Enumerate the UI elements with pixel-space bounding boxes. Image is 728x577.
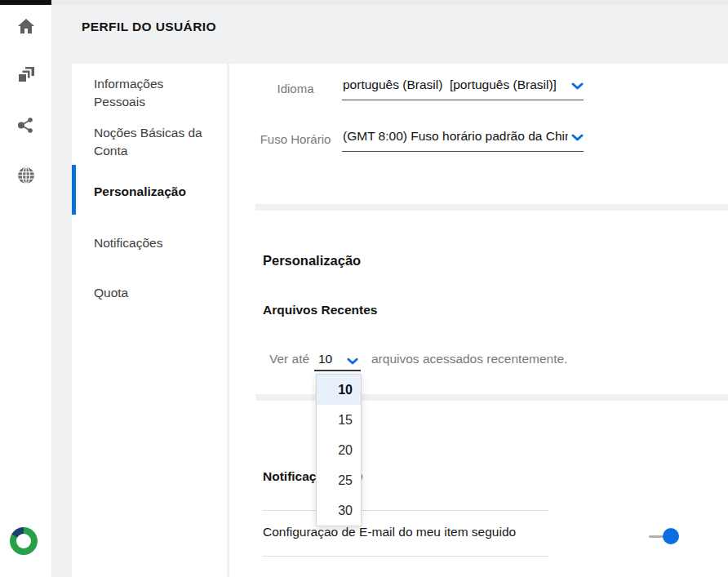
page-title: PERFIL DO USUÁRIO: [82, 20, 216, 34]
timezone-value: (GMT 8:00) Fuso horário padrão da Chin: [343, 129, 568, 144]
active-nav-indicator: [72, 165, 76, 215]
recent-count-select[interactable]: 10: [314, 349, 361, 371]
timezone-label: Fuso Horário: [250, 132, 341, 146]
recent-files-heading: Arquivos Recentes: [263, 303, 377, 317]
email-notification-toggle[interactable]: [649, 527, 681, 545]
chevron-down-icon: [571, 79, 584, 94]
chevron-down-icon: [571, 131, 584, 145]
view-up-to-label: Ver até: [269, 352, 309, 366]
user-profile-screen: PERFIL DO USUÁRIO Informações Pessoais N…: [0, 0, 728, 577]
language-label: Idioma: [250, 82, 341, 95]
email-setting-label: Configuraçao de E-mail do meu item segui…: [263, 525, 516, 539]
home-icon[interactable]: [16, 16, 35, 35]
language-value: português (Brasil) [português (Brasil)]: [343, 78, 568, 92]
row-divider: [263, 510, 548, 511]
dropdown-option-30[interactable]: 30: [317, 495, 361, 526]
recent-count-dropdown: 10 15 20 25 30: [316, 374, 362, 526]
timezone-select[interactable]: (GMT 8:00) Fuso horário padrão da Chin: [342, 127, 584, 152]
content-panel: Idioma português (Brasil) [português (Br…: [229, 64, 728, 577]
share-icon[interactable]: [16, 116, 35, 135]
globe-icon[interactable]: [16, 166, 35, 184]
recent-files-suffix-label: arquivos acessados recentemente.: [371, 352, 567, 366]
toggle-knob: [663, 528, 679, 544]
chevron-down-icon: [347, 354, 358, 369]
nav-item-personalizacao[interactable]: Personalização: [94, 183, 210, 201]
dropdown-option-10[interactable]: 10: [317, 375, 361, 405]
row-divider: [263, 556, 548, 557]
language-select[interactable]: português (Brasil) [português (Brasil)]: [342, 76, 584, 100]
files-icon[interactable]: [16, 65, 35, 84]
profile-nav-panel: Informações Pessoais Noções Básicas da C…: [72, 64, 227, 577]
nav-item-quota[interactable]: Quota: [94, 284, 210, 302]
nav-item-nocoes-basicas[interactable]: Noções Básicas da Conta: [94, 124, 210, 160]
nav-item-informacoes-pessoais[interactable]: Informações Pessoais: [94, 75, 210, 111]
top-strip: [51, 0, 728, 6]
recent-count-value: 10: [318, 352, 332, 366]
dropdown-option-15[interactable]: 15: [317, 405, 361, 435]
dropdown-option-20[interactable]: 20: [317, 435, 361, 465]
personalization-heading: Personalização: [263, 253, 361, 269]
rail-top-bar: [0, 0, 51, 5]
dropdown-option-25[interactable]: 25: [317, 465, 361, 495]
nav-item-notificacoes[interactable]: Notificações: [94, 234, 210, 252]
left-icon-rail: [0, 0, 51, 577]
brand-ring-logo[interactable]: [10, 527, 38, 555]
section-divider-band: [255, 204, 728, 211]
